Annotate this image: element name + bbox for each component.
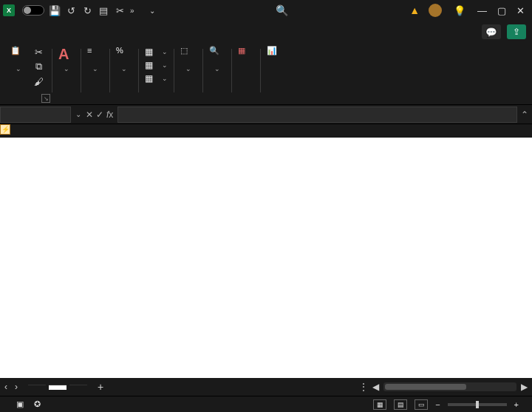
cut-button[interactable]: ✂ (31, 46, 46, 58)
group-analyze: 📊 (261, 46, 289, 104)
group-clipboard: 📋 ⌄ ✂ ⧉ 🖌 ↘ (4, 46, 52, 104)
analyze-data-button[interactable]: 📊 (267, 46, 283, 65)
group-number: % ⌄ (110, 46, 138, 104)
format-as-table-button[interactable]: ▦⌄ (145, 59, 168, 71)
avatar[interactable] (429, 4, 442, 17)
ribbon: 📋 ⌄ ✂ ⧉ 🖌 ↘ A ⌄ ≡ (0, 43, 532, 105)
group-addins: ▦ (232, 46, 260, 104)
sheet-nav-prev[interactable]: ‹ (4, 382, 7, 392)
ribbon-tabs: 💬 ⇪ (0, 21, 532, 43)
user-area[interactable]: ▲ (409, 4, 442, 17)
touch-mode-icon[interactable]: ▤ (98, 4, 109, 16)
font-button[interactable]: A ⌄ (58, 46, 75, 72)
name-box-dropdown[interactable]: ⌄ (75, 110, 81, 118)
share-button[interactable]: ⇪ (507, 24, 526, 39)
cells-button[interactable]: ⬚⌄ (180, 46, 197, 72)
copy-button[interactable]: ⧉ (31, 61, 46, 72)
paste-button[interactable]: 📋 ⌄ (10, 46, 27, 72)
group-cells: ⬚⌄ (174, 46, 202, 104)
alignment-button[interactable]: ≡ ⌄ (87, 46, 103, 72)
maximize-button[interactable]: ▢ (497, 5, 506, 16)
excel-logo-icon: X (3, 4, 15, 16)
scroll-right-icon[interactable]: ▶ (521, 382, 528, 392)
normal-view-button[interactable]: ▦ (373, 399, 386, 410)
title-bar: X 💾 ↺ ↻ ▤ ✂ » ⌄ 🔍 ▲ 💡 — ▢ ✕ (0, 0, 532, 21)
cell-styles-button[interactable]: ▦⌄ (145, 72, 168, 84)
horizontal-scrollbar[interactable] (383, 382, 516, 391)
toggle-switch[interactable] (22, 5, 44, 16)
group-font: A ⌄ (52, 46, 81, 104)
cancel-formula-icon[interactable]: ✕ (86, 109, 93, 120)
macro-record-icon[interactable]: ▣ (16, 399, 24, 409)
qat-overflow[interactable]: » (130, 7, 134, 15)
status-bar: ▣ ✪ ▦ ▤ ▭ − + (0, 396, 532, 412)
editing-button[interactable]: 🔍⌄ (209, 46, 225, 72)
clipboard-dialog-launcher[interactable]: ↘ (41, 94, 50, 103)
sheet-tab-2[interactable] (49, 385, 66, 390)
sheet-options-icon[interactable]: ⋮ (359, 382, 368, 392)
conditional-formatting-button[interactable]: ▦⌄ (145, 46, 168, 58)
scroll-left-icon[interactable]: ◀ (372, 382, 379, 392)
page-layout-view-button[interactable]: ▤ (394, 399, 407, 410)
group-editing: 🔍⌄ (203, 46, 231, 104)
enter-formula-icon[interactable]: ✓ (96, 109, 103, 120)
accessibility-status[interactable]: ✪ (34, 399, 41, 409)
group-styles: ▦⌄ ▦⌄ ▦⌄ (139, 46, 174, 104)
page-break-view-button[interactable]: ▭ (415, 399, 428, 410)
sheet-tab-bar: ‹ › + ⋮ ◀ ▶ (0, 378, 532, 396)
search-icon[interactable]: 🔍 (276, 4, 288, 16)
doc-dropdown[interactable]: ⌄ (149, 7, 155, 15)
lightbulb-icon[interactable]: 💡 (454, 4, 466, 16)
warning-icon: ▲ (409, 4, 420, 16)
quick-analysis-icon[interactable]: ⚡ (0, 124, 10, 135)
redo-icon[interactable]: ↻ (81, 4, 93, 16)
group-alignment: ≡ ⌄ (81, 46, 109, 104)
minimize-button[interactable]: — (477, 5, 487, 16)
formula-bar-row: ⌄ ✕ ✓ fx ⌃ (0, 105, 532, 124)
formula-bar-expand[interactable]: ⌃ (517, 109, 532, 120)
save-icon[interactable]: 💾 (49, 4, 61, 16)
sheet-nav-next[interactable]: › (15, 382, 18, 392)
formula-bar[interactable] (117, 107, 517, 123)
zoom-out-button[interactable]: − (435, 400, 440, 409)
undo-icon[interactable]: ↺ (65, 4, 77, 16)
autosave-toggle[interactable] (19, 5, 44, 16)
name-box[interactable] (0, 107, 71, 123)
addins-button[interactable]: ▦ (238, 46, 254, 64)
fx-icon[interactable]: fx (106, 109, 113, 120)
close-button[interactable]: ✕ (516, 5, 525, 16)
comments-button[interactable]: 💬 (482, 24, 501, 39)
worksheet-grid[interactable]: ⚡ (0, 124, 532, 378)
sheet-tab-1[interactable] (28, 385, 46, 390)
number-button[interactable]: % ⌄ (116, 46, 132, 72)
sheet-tab-3[interactable] (69, 385, 87, 390)
format-painter-button[interactable]: 🖌 (31, 75, 46, 87)
add-sheet-button[interactable]: + (90, 381, 111, 393)
cut-icon[interactable]: ✂ (114, 4, 126, 16)
zoom-slider[interactable] (448, 403, 507, 406)
zoom-in-button[interactable]: + (514, 400, 519, 409)
